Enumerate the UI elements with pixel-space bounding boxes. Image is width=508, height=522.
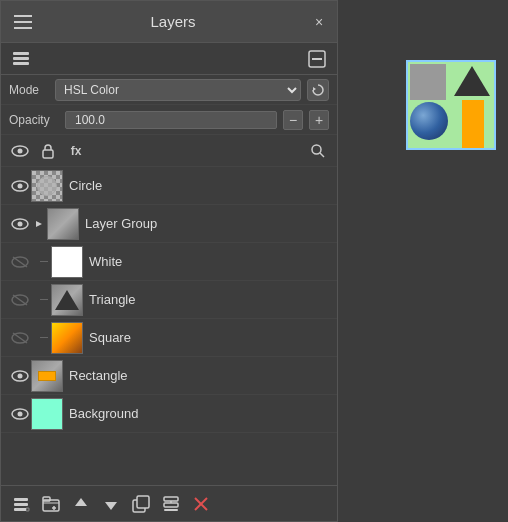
layer-thumbnail [31,360,63,392]
new-layer-button[interactable] [7,490,35,518]
layers-panel: Layers × Mode H [0,0,338,522]
svg-rect-30 [14,503,28,506]
opacity-plus-button[interactable]: + [309,110,329,130]
layergroup-thumb [48,209,78,239]
svg-rect-1 [14,21,32,23]
white-thumb [52,247,82,277]
svg-rect-7 [312,58,322,60]
svg-point-28 [18,411,23,416]
layer-name: White [89,254,329,269]
background-thumb [32,399,62,429]
layer-visibility-toggle[interactable] [9,213,31,235]
main-container: Layers × Mode H [0,0,508,522]
bottom-toolbar [1,485,337,521]
svg-rect-43 [164,509,178,511]
layer-thumbnail [31,398,63,430]
preview-area [406,60,496,150]
layer-visibility-toggle[interactable] [9,251,31,273]
svg-marker-38 [105,502,117,510]
svg-point-12 [312,145,321,154]
panel-title: Layers [35,13,311,30]
layer-name: Background [69,406,329,421]
delete-layer-button[interactable] [187,490,215,518]
preview-triangle [454,66,490,96]
svg-rect-31 [14,498,28,501]
layer-name: Layer Group [85,216,329,231]
svg-rect-41 [164,497,178,501]
filter-row: fx [1,135,337,167]
svg-rect-2 [14,27,32,29]
svg-marker-37 [75,498,87,506]
svg-point-17 [18,221,23,226]
layers-list: Circle Layer Group [1,167,337,485]
merge-layers-button[interactable] [157,490,185,518]
duplicate-layer-button[interactable] [127,490,155,518]
move-up-button[interactable] [67,490,95,518]
opacity-row: Opacity 100.0 − + [1,105,337,135]
opacity-value: 100.0 [70,113,105,127]
stack-icon[interactable] [9,47,33,71]
svg-rect-34 [43,497,50,501]
svg-rect-32 [26,508,29,511]
svg-rect-5 [13,62,29,65]
mode-reset-button[interactable] [307,79,329,101]
toolbar-row1 [1,43,337,75]
layer-visibility-toggle[interactable] [9,327,31,349]
layer-name: Circle [69,178,329,193]
layer-item[interactable]: Square [1,319,337,357]
svg-rect-0 [14,15,32,17]
svg-rect-42 [164,503,178,507]
preview-globe [410,102,448,140]
layer-item[interactable]: Rectangle [1,357,337,395]
layer-item[interactable]: White [1,243,337,281]
title-bar: Layers × [1,1,337,43]
layer-collapse-toggle[interactable] [31,216,47,232]
layer-name: Rectangle [69,368,329,383]
layer-thumbnail [51,284,83,316]
svg-point-10 [18,148,23,153]
fx-filter-icon[interactable]: fx [65,140,87,162]
layer-item[interactable]: Triangle [1,281,337,319]
layer-item[interactable]: Background [1,395,337,433]
move-down-button[interactable] [97,490,125,518]
layer-name: Square [89,330,329,345]
svg-rect-3 [13,52,29,55]
square-thumb [52,323,82,353]
svg-rect-4 [13,57,29,60]
mode-label: Mode [9,83,49,97]
opacity-label: Opacity [9,113,59,127]
visibility-filter-icon[interactable] [9,140,31,162]
close-button[interactable]: × [311,14,327,30]
lock-filter-icon[interactable] [37,140,59,162]
layer-thumbnail [31,170,63,202]
triangle-thumb [52,285,82,315]
preview-content [408,62,494,148]
layer-item[interactable]: Circle [1,167,337,205]
svg-line-13 [320,153,324,157]
preview-orange-rect [462,100,484,148]
opacity-minus-button[interactable]: − [283,110,303,130]
layer-thumbnail [51,246,83,278]
opacity-slider[interactable]: 100.0 [65,111,277,129]
layer-visibility-toggle[interactable] [9,403,31,425]
preview-gray-square [410,64,446,100]
svg-rect-40 [137,496,149,508]
layer-item[interactable]: Layer Group [1,205,337,243]
mode-row: Mode HSL Color Normal Dissolve Multiply … [1,75,337,105]
collapse-icon[interactable] [305,47,329,71]
layer-visibility-toggle[interactable] [9,175,31,197]
new-group-button[interactable] [37,490,65,518]
svg-point-15 [18,183,23,188]
search-icon[interactable] [307,140,329,162]
svg-marker-18 [36,221,42,227]
layer-visibility-toggle[interactable] [9,289,31,311]
mode-select[interactable]: HSL Color Normal Dissolve Multiply Scree… [55,79,301,101]
layer-name: Triangle [89,292,329,307]
menu-icon[interactable] [11,10,35,34]
layer-visibility-toggle[interactable] [9,365,31,387]
rectangle-thumb [32,361,62,391]
circle-thumb [32,171,62,201]
svg-point-26 [18,373,23,378]
layer-thumbnail [47,208,79,240]
layer-thumbnail [51,322,83,354]
